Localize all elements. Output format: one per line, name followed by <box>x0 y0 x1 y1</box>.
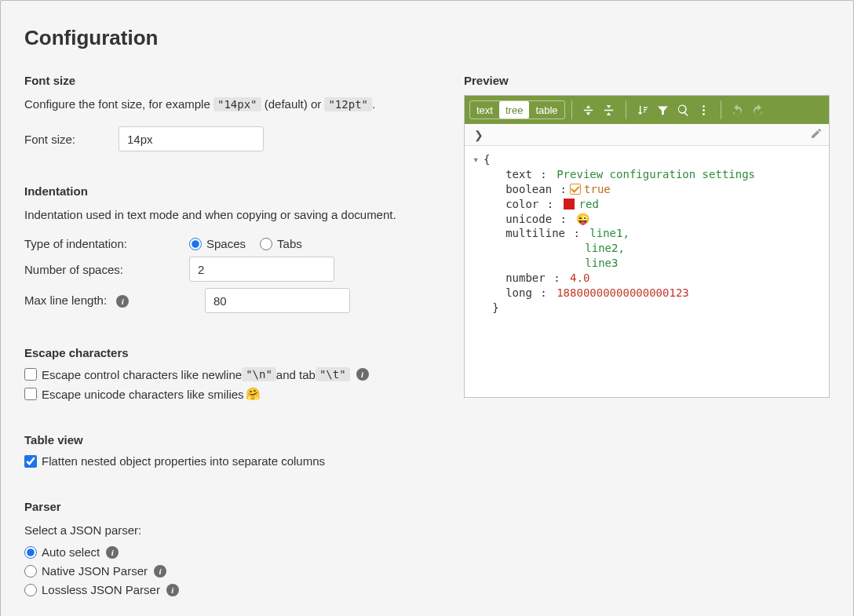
collapse-all-icon[interactable] <box>599 100 619 120</box>
indent-spaces-radio[interactable] <box>189 238 202 250</box>
json-key: number <box>505 272 546 284</box>
json-string: red <box>579 198 599 210</box>
text: Max line length: <box>24 293 107 307</box>
code-example-14px: "14px" <box>214 97 261 111</box>
filter-icon[interactable] <box>653 100 673 120</box>
svg-point-2 <box>703 113 705 115</box>
edit-icon[interactable] <box>810 127 823 142</box>
json-key: long <box>505 286 532 299</box>
undo-icon[interactable] <box>728 100 748 120</box>
text: (default) or <box>261 97 325 111</box>
json-string: Preview configuration settings <box>557 168 755 180</box>
flatten-row[interactable]: Flatten nested object properties into se… <box>24 454 432 468</box>
sort-icon[interactable] <box>633 100 653 120</box>
flatten-checkbox[interactable] <box>24 455 37 468</box>
json-key: text <box>505 168 532 180</box>
parser-native-radio[interactable] <box>24 565 37 578</box>
font-size-input[interactable] <box>119 126 264 151</box>
mode-table-button[interactable]: table <box>529 101 564 118</box>
max-line-input[interactable] <box>205 288 350 313</box>
num-spaces-input[interactable] <box>189 257 334 282</box>
text: . <box>372 97 375 111</box>
parser-lossless-radio[interactable] <box>24 584 37 596</box>
escape-control-checkbox[interactable] <box>24 368 37 381</box>
indent-tabs-label: Tabs <box>277 237 302 250</box>
redo-icon[interactable] <box>748 100 768 120</box>
dialog-title: Configuration <box>24 26 830 50</box>
preview-tree[interactable]: ▾{ text : Preview configuration settings… <box>465 146 829 397</box>
open-brace: { <box>484 153 490 166</box>
mode-tree-button[interactable]: tree <box>499 101 529 118</box>
info-icon[interactable]: i <box>106 546 119 559</box>
mode-switch: text tree table <box>469 100 565 119</box>
close-brace: } <box>492 301 498 314</box>
caret-down-icon[interactable]: ▾ <box>473 152 484 167</box>
expand-all-icon[interactable] <box>578 100 599 120</box>
chevron-right-icon[interactable]: ❯ <box>471 129 487 141</box>
font-size-label: Font size: <box>24 133 119 146</box>
preview-panel: text tree table <box>464 95 830 398</box>
info-icon[interactable]: i <box>116 295 129 308</box>
font-size-heading: Font size <box>24 74 432 87</box>
indent-tabs-option[interactable]: Tabs <box>260 237 302 250</box>
configuration-dialog: Configuration Font size Configure the fo… <box>0 0 854 616</box>
info-icon[interactable]: i <box>154 565 166 578</box>
json-number: 4.0 <box>570 272 589 284</box>
preview-column: Preview text tree table <box>464 66 830 602</box>
text: Escape unicode characters like smilies <box>42 388 244 401</box>
more-icon[interactable] <box>694 100 714 120</box>
parser-heading: Parser <box>24 500 432 513</box>
json-bool: true <box>584 183 611 195</box>
escape-heading: Escape characters <box>24 346 432 359</box>
indent-tabs-radio[interactable] <box>260 238 272 250</box>
json-key: unicode <box>505 213 552 225</box>
settings-column: Font size Configure the font size, for e… <box>24 66 432 602</box>
indent-spaces-label: Spaces <box>206 237 246 250</box>
table-view-heading: Table view <box>24 433 432 447</box>
parser-auto-radio[interactable] <box>24 546 37 559</box>
json-number: 18800000000000000123 <box>557 286 689 299</box>
indent-spaces-option[interactable]: Spaces <box>189 237 246 250</box>
color-swatch-icon[interactable] <box>564 199 575 210</box>
escape-unicode-row[interactable]: Escape unicode characters like smilies 🤗 <box>24 387 432 401</box>
escape-control-row[interactable]: Escape control characters like newline "… <box>24 367 432 381</box>
search-icon[interactable] <box>673 100 694 120</box>
info-icon[interactable]: i <box>166 584 179 596</box>
num-spaces-label: Number of spaces: <box>24 263 189 276</box>
escape-unicode-checkbox[interactable] <box>24 388 37 400</box>
max-line-label: Max line length: i <box>24 293 129 308</box>
smiley-emoji: 🤗 <box>246 387 261 401</box>
parser-auto-label: Auto select <box>42 545 100 559</box>
font-size-desc: Configure the font size, for example "14… <box>24 95 432 114</box>
indentation-desc: Indentation used in text mode and when c… <box>24 206 432 224</box>
code-example-12pt: "12pt" <box>324 97 372 111</box>
preview-heading: Preview <box>464 74 830 87</box>
json-key: boolean <box>505 183 552 195</box>
code-tab: "\t" <box>316 367 350 381</box>
parser-lossless-option[interactable]: Lossless JSON Parser i <box>24 583 432 596</box>
text: Configure the font size, for example <box>24 97 214 111</box>
json-string: line3 <box>585 257 618 269</box>
text: and tab <box>276 368 316 381</box>
preview-path-bar: ❯ <box>465 124 829 146</box>
indentation-heading: Indentation <box>24 184 432 198</box>
parser-native-label: Native JSON Parser <box>42 564 148 578</box>
json-string: line2, <box>585 242 625 254</box>
svg-point-1 <box>703 109 705 111</box>
flatten-label: Flatten nested object properties into se… <box>42 454 325 468</box>
mode-text-button[interactable]: text <box>470 101 499 118</box>
json-key: color <box>505 198 538 210</box>
parser-native-option[interactable]: Native JSON Parser i <box>24 564 432 578</box>
indent-type-label: Type of indentation: <box>24 237 189 250</box>
parser-desc: Select a JSON parser: <box>24 521 432 540</box>
checkbox-icon[interactable] <box>570 184 581 195</box>
json-string: 😜 <box>576 213 589 225</box>
svg-point-0 <box>703 105 705 108</box>
text: Escape control characters like newline <box>42 368 242 381</box>
parser-auto-option[interactable]: Auto select i <box>24 545 432 559</box>
code-newline: "\n" <box>242 367 276 381</box>
json-key: multiline <box>505 227 565 239</box>
parser-lossless-label: Lossless JSON Parser <box>42 583 160 596</box>
info-icon[interactable]: i <box>356 368 369 381</box>
preview-toolbar: text tree table <box>465 96 829 124</box>
